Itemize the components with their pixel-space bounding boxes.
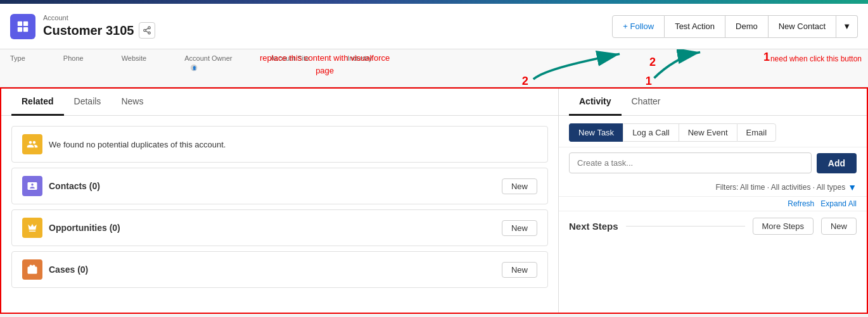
log-call-button[interactable]: Log a Call [623, 123, 679, 142]
tab-related[interactable]: Related [11, 89, 64, 116]
cases-icon [22, 259, 42, 280]
dropdown-button[interactable]: ▼ [836, 15, 858, 38]
account-name: Customer 3105 [43, 22, 155, 39]
next-steps-new-button[interactable]: New [821, 218, 857, 235]
svg-point-6 [148, 32, 151, 34]
cases-section[interactable]: Cases (0) New [11, 251, 548, 288]
contacts-new-button[interactable]: New [502, 178, 537, 194]
header: Account Customer 3105 + Follow Test Acti… [0, 4, 868, 49]
svg-rect-1 [23, 21, 28, 25]
filters-row: Filters: All time · All activities · All… [559, 178, 867, 197]
follow-button[interactable]: + Follow [612, 15, 665, 38]
field-type: Type [10, 54, 25, 72]
opportunities-section[interactable]: Opportunities (0) New [11, 209, 548, 246]
expand-all-link[interactable]: Expand All [820, 199, 857, 208]
svg-point-5 [144, 29, 146, 32]
filter-icon[interactable]: ▼ [848, 182, 857, 192]
demo-button[interactable]: Demo [725, 15, 769, 38]
task-row: Add [559, 147, 867, 178]
annotation-1: 1 [763, 51, 770, 64]
header-left: Account Customer 3105 [10, 14, 155, 39]
svg-rect-0 [18, 21, 22, 25]
main-content: Related Details News We found no potenti… [0, 87, 868, 314]
filters-text: Filters: All time · All activities · All… [715, 183, 845, 192]
fields-row: Type Phone Website Account Owner 👤 Accou… [10, 52, 372, 75]
next-steps-divider [626, 226, 745, 227]
tab-details[interactable]: Details [64, 89, 112, 116]
svg-rect-3 [23, 27, 28, 31]
test-action-button[interactable]: Test Action [665, 15, 725, 38]
svg-point-4 [148, 27, 151, 29]
duplicate-icon [22, 134, 42, 154]
new-contact-button[interactable]: New Contact [769, 15, 836, 38]
more-steps-button[interactable]: More Steps [753, 218, 814, 235]
field-website: Website [122, 54, 147, 72]
svg-rect-2 [18, 27, 22, 31]
cases-title: Cases (0) [49, 264, 502, 275]
svg-line-8 [146, 28, 148, 30]
share-button[interactable] [139, 22, 155, 39]
opportunities-icon [22, 218, 42, 238]
add-task-button[interactable]: Add [817, 153, 857, 173]
next-steps-row: Next Steps More Steps New [559, 211, 867, 241]
header-right: + Follow Test Action Demo New Contact ▼ [612, 15, 858, 38]
svg-line-7 [146, 31, 148, 32]
right-tabs: Activity Chatter [559, 89, 867, 116]
new-event-button[interactable]: New Event [679, 123, 737, 142]
annotation-2: 2 [649, 56, 656, 69]
duplicate-text: We found no potential duplicates of this… [49, 140, 226, 149]
duplicate-notice: We found no potential duplicates of this… [11, 126, 548, 163]
annotation-need: need when click this button [767, 53, 862, 65]
contacts-section[interactable]: Contacts (0) New [11, 168, 548, 204]
opportunities-new-button[interactable]: New [502, 220, 537, 236]
field-account-owner: Account Owner 👤 [184, 54, 232, 75]
left-panel: Related Details News We found no potenti… [1, 89, 559, 313]
refresh-row: Refresh Expand All [559, 197, 867, 211]
cases-new-button[interactable]: New [502, 262, 537, 278]
activity-actions: New Task Log a Call New Event Email [559, 116, 867, 147]
account-label: Account [43, 14, 155, 22]
next-steps-title: Next Steps [569, 221, 618, 232]
create-task-input[interactable] [569, 152, 812, 173]
svg-text:2: 2 [522, 75, 528, 87]
field-phone: Phone [63, 54, 84, 72]
tab-activity[interactable]: Activity [569, 89, 622, 116]
svg-text:👤: 👤 [192, 66, 197, 71]
contacts-icon [22, 176, 42, 196]
account-icon [10, 14, 35, 39]
opportunities-title: Opportunities (0) [49, 223, 502, 233]
field-industry: Industry [347, 54, 372, 72]
left-tabs: Related Details News [1, 89, 558, 116]
refresh-link[interactable]: Refresh [788, 199, 814, 208]
annotation-area: Type Phone Website Account Owner 👤 Accou… [0, 49, 868, 87]
tab-chatter[interactable]: Chatter [622, 89, 671, 116]
account-info: Account Customer 3105 [43, 14, 155, 39]
svg-text:1: 1 [646, 75, 652, 87]
email-button[interactable]: Email [737, 123, 777, 142]
new-task-button[interactable]: New Task [569, 123, 623, 142]
tab-news[interactable]: News [111, 89, 153, 116]
field-account-site: Account Site [270, 54, 309, 72]
right-panel: Activity Chatter New Task Log a Call New… [559, 89, 867, 313]
contacts-title: Contacts (0) [49, 181, 502, 191]
related-content: We found no potential duplicates of this… [1, 116, 558, 298]
